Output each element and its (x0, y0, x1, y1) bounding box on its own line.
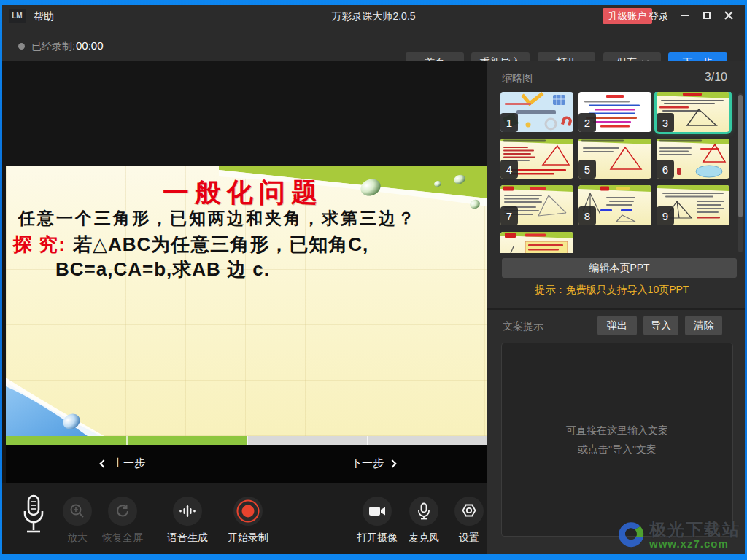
thumbnail-scrollbar[interactable] (738, 93, 743, 252)
slide-thumbnail-6[interactable]: 6 (657, 139, 729, 179)
thumbnail-number-badge: 4 (500, 160, 518, 179)
progress-segment-empty (367, 436, 487, 445)
slide-canvas: 一般化问题 任意一个三角形，已知两边和夹角，求第三边？ 探 究:若△ABC为任意… (6, 166, 487, 436)
titlebar: LM 帮助 万彩录课大师2.0.5 升级账户 登录 (2, 5, 745, 28)
prev-step-button[interactable]: 上一步 (101, 456, 145, 470)
slide-thumbnail-10[interactable]: 10 (500, 232, 573, 253)
thumbnail-number-badge: 5 (578, 160, 596, 179)
start-record-label: 开始录制 (228, 532, 268, 545)
thumbnails-header: 缩略图 (502, 72, 533, 85)
microphone-level-icon[interactable] (20, 494, 47, 537)
thumbnail-number-badge: 2 (578, 113, 596, 132)
popout-button[interactable]: 弹出 (597, 316, 637, 335)
chevron-left-icon (99, 459, 107, 467)
recording-stage: 一般化问题 任意一个三角形，已知两边和夹角，求第三边？ 探 究:若△ABC为任意… (2, 61, 487, 554)
slide-question-line: 任意一个三角形，已知两边和夹角，求第三边？ (6, 207, 458, 230)
upgrade-account-button[interactable]: 升级账户 (603, 8, 652, 24)
slide-thumbnail-1[interactable]: 1 (500, 92, 573, 132)
placeholder-line-1: 可直接在这里输入文案 (566, 423, 668, 438)
bottom-toolbar: 放大 恢复全屏 语音生 (2, 483, 487, 554)
slide-thumbnail-4[interactable]: 4 (500, 139, 573, 179)
open-camera-button[interactable] (363, 497, 392, 526)
sidebar-divider (487, 308, 745, 310)
camera-icon (368, 504, 386, 518)
slide-formula-line: BC=a,CA=b,求AB 边 c. (55, 257, 270, 282)
script-textarea[interactable]: 可直接在这里输入文案 或点击"导入"文案 (501, 343, 733, 537)
zoom-in-button (63, 497, 92, 526)
login-button[interactable]: 登录 (649, 10, 669, 23)
progress-segment-filled (6, 436, 126, 445)
restore-rotate-icon (115, 503, 131, 519)
thumbnail-number-badge: 8 (578, 206, 596, 225)
next-step-nav-button[interactable]: 下一步 (351, 456, 395, 470)
watermark-site-name: 极光下载站 (649, 521, 740, 538)
microphone-icon (417, 502, 431, 520)
slide-thumbnail-5[interactable]: 5 (578, 139, 651, 179)
close-button[interactable] (718, 5, 740, 26)
slide-thumbnail-7[interactable]: 7 (500, 185, 573, 225)
settings-button[interactable] (454, 497, 484, 526)
waveform-icon (179, 503, 196, 519)
recorded-time: 00:00 (76, 39, 104, 52)
close-icon (724, 11, 733, 20)
minimize-icon (681, 15, 689, 16)
minimize-button[interactable] (674, 5, 696, 26)
slide-title: 一般化问题 (6, 175, 484, 211)
content-area: 一般化问题 任意一个三角形，已知两边和夹角，求第三边？ 探 究:若△ABC为任意… (2, 61, 745, 554)
sidebar: 缩略图 3/10 (487, 61, 745, 554)
voice-generate-button[interactable] (173, 497, 202, 526)
slide-nav-bar: 上一步 下一步 (6, 445, 487, 483)
scrollbar-thumb[interactable] (738, 95, 743, 217)
open-camera-label: 打开摄像 (357, 532, 398, 545)
script-panel-label: 文案提示 (503, 320, 543, 333)
slide-thumbnail-9[interactable]: 9 (657, 185, 729, 225)
slide-explore-text: 若△ABC为任意三角形，已知角C, (73, 233, 368, 255)
restore-fullscreen-label: 恢复全屏 (102, 532, 143, 545)
maximize-icon (703, 12, 711, 19)
voice-generate-label: 语音生成 (167, 532, 208, 545)
thumbnail-number-badge: 7 (500, 206, 518, 225)
gear-icon (460, 502, 478, 520)
next-step-label: 下一步 (351, 456, 384, 470)
thumbnail-number-badge: 3 (657, 113, 674, 132)
settings-label: 设置 (459, 532, 479, 545)
zoom-in-label: 放大 (67, 532, 88, 545)
page-indicator: 3/10 (705, 71, 727, 84)
import-button[interactable]: 导入 (643, 316, 678, 335)
magnifier-plus-icon (69, 503, 85, 519)
slide-thumbnail-2[interactable]: 2 (578, 92, 651, 132)
prev-step-label: 上一步 (112, 456, 145, 470)
microphone-button[interactable] (409, 497, 438, 526)
thumbnail-number-badge: 6 (657, 160, 674, 179)
start-record-button[interactable] (233, 497, 263, 526)
clear-button[interactable]: 清除 (685, 316, 722, 335)
chevron-right-icon (388, 459, 396, 467)
thumbnail-grid: 1 2 (487, 92, 745, 253)
slide-thumbnail-3-selected[interactable]: 3 (657, 92, 729, 132)
progress-segment-filled (126, 436, 247, 445)
slide-explore-line: 探 究:若△ABC为任意三角形，已知角C, (13, 232, 368, 257)
slide-thumbnail-8[interactable]: 8 (578, 185, 651, 225)
recorded-label: 已经录制: (31, 40, 75, 53)
restore-fullscreen-button (108, 497, 137, 526)
thumbnail-number-badge: 9 (657, 206, 674, 225)
microphone-label: 麦克风 (409, 532, 439, 545)
thumbnail-art (500, 232, 573, 253)
top-toolbar: 已经录制: 00:00 首页 重新导入 打开 保存 下一步 (2, 28, 745, 61)
slide-progress-bar (6, 436, 487, 445)
maximize-button[interactable] (696, 5, 718, 26)
slide-explore-label: 探 究: (13, 233, 66, 255)
watermark: 极光下载站 www.xz7.com (614, 519, 740, 551)
placeholder-line-2: 或点击"导入"文案 (578, 442, 657, 456)
edit-ppt-button[interactable]: 编辑本页PPT (502, 258, 737, 278)
app-window: LM 帮助 万彩录课大师2.0.5 升级账户 登录 已经录制: 00:00 首页… (2, 5, 745, 554)
record-status-dot-icon (18, 43, 25, 50)
record-icon (236, 499, 260, 524)
watermark-url: www.xz7.com (649, 538, 740, 550)
watermark-text: 极光下载站 www.xz7.com (649, 521, 740, 550)
thumbnail-number-badge: 1 (500, 113, 518, 132)
free-version-tip: 提示：免费版只支持导入10页PPT (487, 284, 737, 297)
watermark-logo-icon (614, 519, 646, 551)
progress-segment-empty (247, 436, 367, 445)
